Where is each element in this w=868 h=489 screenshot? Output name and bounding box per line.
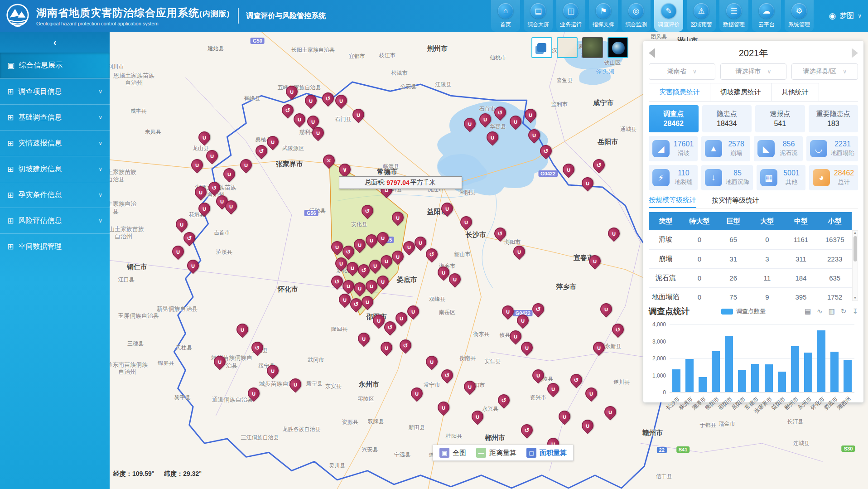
stat-card-0[interactable]: 调查点28462	[649, 105, 699, 132]
layer-control-button[interactable]	[531, 37, 552, 58]
sidebar-item-label: 孕灾条件信息	[18, 190, 98, 200]
chart-bar[interactable]	[804, 353, 812, 392]
county-select[interactable]: 请选择县/区∨	[791, 63, 858, 80]
stat-card-3[interactable]: 重要隐患点183	[809, 105, 858, 132]
chart-title: 调查点统计	[649, 306, 690, 317]
type-card-label: 地面沉降	[726, 178, 749, 186]
chart-bar[interactable]	[685, 359, 694, 392]
stat-card-2[interactable]: 速报点541	[755, 105, 805, 132]
map-tool-0[interactable]: ▣全图	[439, 448, 466, 458]
street-basemap-thumbnail[interactable]	[557, 37, 578, 58]
y-axis-tick-label: 4,000	[652, 321, 666, 328]
nav-item-business[interactable]: ◫业务运行	[556, 0, 585, 32]
refresh-icon[interactable]: ↻	[841, 307, 847, 315]
longitude-readout: 经度：109.59°	[113, 470, 154, 477]
globe-basemap-thumbnail[interactable]	[608, 37, 628, 58]
chart-bar[interactable]	[672, 369, 680, 392]
nav-item-warning[interactable]: ⚠区域预警	[687, 0, 716, 32]
pin-glyph-icon: ∪	[404, 242, 414, 252]
chart-bar[interactable]	[751, 364, 759, 392]
user-box[interactable]: ◉ 梦图 ∨	[829, 0, 862, 32]
tab-2[interactable]: 其他统计	[771, 83, 819, 101]
type-card-total-pie: ◕28462总计	[809, 165, 858, 190]
nav-item-survey[interactable]: ✎调查评价	[654, 0, 683, 32]
download-icon[interactable]: ↧	[852, 307, 858, 315]
chart-bar[interactable]	[791, 346, 799, 392]
eye-icon[interactable]: ◉	[829, 11, 836, 21]
table-row[interactable]: 泥石流02611184635	[649, 268, 852, 287]
chart-bar[interactable]	[712, 351, 720, 392]
type-card-label: 泥石流	[780, 149, 798, 157]
type-card-value: 2231	[834, 140, 851, 148]
scale-subtabs: 按规模等级统计按灾情等级统计	[649, 193, 858, 208]
line-chart-icon[interactable]: ∿	[817, 307, 823, 315]
chart-bar[interactable]	[765, 364, 773, 392]
tab-1[interactable]: 切坡建房统计	[710, 83, 772, 101]
chart-bar[interactable]	[699, 377, 707, 392]
chart-bar[interactable]	[817, 330, 825, 392]
nav-item-home[interactable]: ⌂首页	[491, 0, 520, 32]
map-tool-2[interactable]: ▢面积量算	[526, 448, 567, 458]
scrollbar-thumb[interactable]	[854, 236, 857, 261]
satellite-basemap-thumbnail[interactable]	[582, 37, 603, 58]
sidebar-item-4[interactable]: ⊞切坡建房信息∨	[0, 156, 110, 182]
sidebar-item-0[interactable]: ▣综合信息展示	[0, 53, 110, 78]
table-row[interactable]: 滑坡0650116116375	[649, 230, 852, 249]
user-chevron-down-icon[interactable]: ∨	[858, 13, 862, 19]
nav-item-monitor[interactable]: ◎综合监测	[622, 0, 651, 32]
next-year-arrow[interactable]	[852, 48, 858, 58]
sidebar-item-1[interactable]: ⊞调查项目信息∨	[0, 78, 110, 104]
chart-bar[interactable]	[844, 360, 852, 392]
sidebar-item-2[interactable]: ⊞基础调查信息∨	[0, 104, 110, 130]
nav-item-system[interactable]: ⚙系统管理	[785, 0, 814, 32]
province-select[interactable]: 湖南省∨	[649, 63, 715, 80]
nav-item-command[interactable]: ⚑指挥支撑	[589, 0, 618, 32]
sidebar-collapse-button[interactable]: ‹	[0, 32, 110, 53]
chevron-down-icon: ∨	[98, 88, 102, 95]
distance-measure-icon: —	[476, 448, 486, 458]
sidebar-item-5[interactable]: ⊞孕灾条件信息∨	[0, 182, 110, 208]
sidebar-item-7[interactable]: ⊞空间数据管理	[0, 233, 110, 259]
scroll-down-icon[interactable]: ▼	[854, 296, 857, 300]
pin-glyph-icon: ∪	[370, 261, 380, 271]
main-nav: ⌂首页▤综合大屏◫业务运行⚑指挥支撑◎综合监测✎调查评价⚠区域预警☰数据管理☁云…	[491, 0, 814, 32]
scroll-up-icon[interactable]: ▲	[854, 231, 857, 235]
chevron-down-icon: ∨	[98, 114, 102, 121]
stat-card-value: 18434	[717, 120, 737, 128]
table-cell: 滑坡	[649, 230, 683, 249]
tab-0[interactable]: 灾害隐患统计	[649, 83, 710, 101]
bar-chart-icon[interactable]: ▥	[829, 307, 835, 315]
table-scrollbar[interactable]: ▲ ▼	[852, 230, 858, 301]
stat-card-1[interactable]: 隐患点18434	[702, 105, 752, 132]
subtab-1[interactable]: 按灾情等级统计	[712, 193, 759, 208]
sidebar-item-6[interactable]: ⊞风险评估信息∨	[0, 208, 110, 233]
table-cell: 65	[716, 230, 750, 249]
map-tool-1[interactable]: —距离量算	[476, 448, 516, 458]
cloud-icon: ☁	[759, 3, 774, 19]
subtab-0[interactable]: 按规模等级统计	[649, 193, 696, 208]
pin-glyph-icon: ∪	[590, 256, 600, 266]
pin-glyph-icon: ∪	[583, 421, 593, 431]
pin-glyph-icon: ∪	[313, 128, 323, 138]
table-cell: 395	[784, 287, 818, 301]
grid-menu-icon: ⊞	[7, 216, 14, 226]
previous-year-arrow[interactable]	[649, 48, 655, 58]
nav-item-big-screen[interactable]: ▤综合大屏	[524, 0, 553, 32]
chart-bar[interactable]	[725, 336, 733, 392]
pin-glyph-icon: ∪	[215, 357, 225, 367]
chart-bar[interactable]	[830, 352, 839, 392]
nav-item-cloud[interactable]: ☁云平台	[752, 0, 781, 32]
chart-bar[interactable]	[738, 370, 746, 392]
sidebar-item-3[interactable]: ⊞灾情速报信息∨	[0, 130, 110, 156]
app-title-suffix: (内测版)	[199, 10, 230, 18]
pin-glyph-icon: ∪	[353, 110, 363, 120]
chart-bar[interactable]	[778, 372, 786, 392]
username[interactable]: 梦图	[839, 11, 854, 21]
grid-menu-icon: ⊞	[7, 242, 14, 252]
table-row[interactable]: 地面塌陷07593951752	[649, 287, 852, 301]
pin-glyph-icon: ∪	[308, 116, 318, 126]
city-select[interactable]: 请选择市∨	[720, 63, 787, 80]
table-row[interactable]: 崩塌03133112233	[649, 249, 852, 268]
nav-item-data[interactable]: ☰数据管理	[719, 0, 748, 32]
data-view-icon[interactable]: ▤	[805, 307, 811, 315]
